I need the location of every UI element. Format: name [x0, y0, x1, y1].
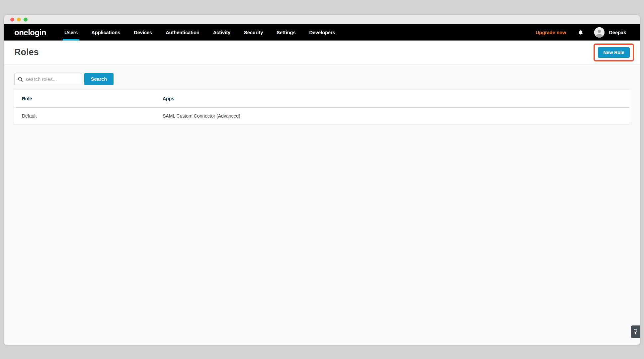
- primary-nav: Users Applications Devices Authenticatio…: [64, 24, 349, 41]
- table-row[interactable]: Default SAML Custom Connector (Advanced): [14, 108, 630, 124]
- bell-icon[interactable]: [578, 30, 583, 35]
- page-title: Roles: [14, 47, 39, 57]
- user-menu[interactable]: Deepak: [594, 27, 626, 38]
- column-header-apps: Apps: [163, 96, 630, 101]
- user-name-label: Deepak: [609, 30, 626, 35]
- search-field[interactable]: [14, 73, 82, 85]
- role-apps-cell: SAML Custom Connector (Advanced): [163, 113, 630, 119]
- window-titlebar: [4, 15, 640, 24]
- help-beacon-tab[interactable]: [631, 325, 640, 338]
- zoom-window-button[interactable]: [24, 18, 28, 22]
- role-name-cell[interactable]: Default: [14, 113, 163, 119]
- new-role-button[interactable]: New Role: [598, 47, 630, 58]
- avatar-person-icon: [594, 27, 604, 38]
- top-navbar: onelogin Users Applications Devices Auth…: [4, 24, 640, 41]
- nav-item-authentication[interactable]: Authentication: [166, 24, 200, 41]
- upgrade-now-link[interactable]: Upgrade now: [536, 30, 566, 35]
- browser-window: onelogin Users Applications Devices Auth…: [4, 15, 640, 345]
- page-header: Roles New Role: [4, 41, 640, 64]
- minimize-window-button[interactable]: [17, 18, 21, 22]
- nav-item-settings[interactable]: Settings: [277, 24, 295, 41]
- roles-table: Role Apps Default SAML Custom Connector …: [14, 90, 630, 125]
- nav-item-activity[interactable]: Activity: [213, 24, 230, 41]
- search-row: Search: [14, 73, 640, 85]
- column-header-role: Role: [14, 96, 163, 101]
- magnifier-icon: [18, 77, 23, 82]
- navbar-right-group: Upgrade now Deepak: [536, 27, 626, 38]
- search-button[interactable]: Search: [84, 73, 114, 85]
- close-window-button[interactable]: [10, 18, 14, 22]
- nav-item-developers[interactable]: Developers: [309, 24, 335, 41]
- roles-table-header: Role Apps: [14, 90, 630, 108]
- nav-item-devices[interactable]: Devices: [134, 24, 152, 41]
- nav-item-security[interactable]: Security: [244, 24, 263, 41]
- annotation-highlight-box: New Role: [594, 44, 634, 61]
- nav-item-users[interactable]: Users: [64, 24, 78, 41]
- search-roles-input[interactable]: [26, 76, 78, 82]
- onelogin-logo[interactable]: onelogin: [14, 28, 46, 37]
- lightbulb-icon: [633, 329, 637, 335]
- nav-item-applications[interactable]: Applications: [91, 24, 120, 41]
- roles-page-content: Search Role Apps Default SAML Custom Con…: [4, 64, 640, 345]
